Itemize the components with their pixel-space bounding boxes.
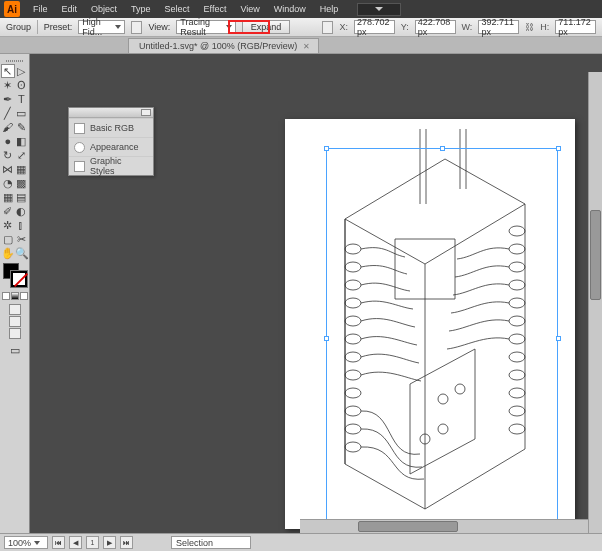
selection-bounding-box[interactable]: [326, 148, 558, 528]
perspective-grid-tool[interactable]: ▩: [15, 176, 29, 190]
menu-bar: Ai File Edit Object Type Select Effect V…: [0, 0, 602, 18]
menu-help[interactable]: Help: [313, 4, 346, 14]
selection-type-label: Group: [6, 22, 31, 32]
slice-tool[interactable]: ✂: [15, 232, 29, 246]
symbol-sprayer-tool[interactable]: ✲: [1, 218, 15, 232]
preset-select[interactable]: High Fid...: [78, 20, 125, 34]
panel-row-label: Basic RGB: [90, 123, 134, 133]
screen-mode-button[interactable]: ▭: [1, 343, 28, 357]
type-tool[interactable]: T: [15, 92, 29, 106]
color-mode-none[interactable]: [20, 292, 28, 300]
selection-handle[interactable]: [440, 146, 445, 151]
tracing-options-icon[interactable]: [131, 21, 142, 34]
draw-inside-icon[interactable]: [9, 328, 21, 339]
lasso-tool[interactable]: ʘ: [15, 78, 29, 92]
x-input[interactable]: 278.702 px: [354, 20, 395, 34]
free-transform-tool[interactable]: ▦: [15, 162, 29, 176]
doc-profile-icon: [74, 123, 85, 134]
menu-window[interactable]: Window: [267, 4, 313, 14]
draw-behind-icon[interactable]: [9, 316, 21, 327]
menu-edit[interactable]: Edit: [55, 4, 85, 14]
menu-object[interactable]: Object: [84, 4, 124, 14]
selection-handle[interactable]: [556, 336, 561, 341]
horizontal-scrollbar[interactable]: [300, 519, 588, 533]
h-label: H:: [540, 22, 549, 32]
w-input[interactable]: 392.711 px: [478, 20, 519, 34]
rotate-tool[interactable]: ↻: [1, 148, 15, 162]
preset-label: Preset:: [44, 22, 73, 32]
control-bar: Group Preset: High Fid... View: Tracing …: [0, 18, 602, 37]
menu-type[interactable]: Type: [124, 4, 158, 14]
menu-select[interactable]: Select: [158, 4, 197, 14]
appearance-icon: [74, 142, 85, 153]
eyedropper-tool[interactable]: ✐: [1, 204, 15, 218]
stroke-swatch[interactable]: [11, 271, 27, 287]
rectangle-tool[interactable]: ▭: [15, 106, 29, 120]
toolbar: ↖▷ ✶ʘ ✒T ╱▭ 🖌✎ ●◧ ↻⤢ ⋈▦ ◔▩ ▦▤ ✐◐ ✲⫿ ▢✂ ✋…: [0, 54, 30, 533]
floating-panel[interactable]: Basic RGB Appearance Graphic Styles: [68, 107, 154, 176]
color-mode-gradient[interactable]: [11, 292, 19, 300]
draw-mode-group: [1, 304, 28, 339]
next-artboard-button[interactable]: ▶: [103, 536, 116, 549]
zoom-select[interactable]: 100%: [4, 536, 48, 549]
selection-tool[interactable]: ↖: [1, 64, 15, 78]
transform-icon[interactable]: [322, 21, 333, 34]
last-artboard-button[interactable]: ⏭: [120, 536, 133, 549]
pencil-tool[interactable]: ✎: [15, 120, 29, 134]
w-label: W:: [462, 22, 473, 32]
menu-view[interactable]: View: [233, 4, 266, 14]
menu-file[interactable]: File: [26, 4, 55, 14]
direct-selection-tool[interactable]: ▷: [15, 64, 29, 78]
prev-artboard-button[interactable]: ◀: [69, 536, 82, 549]
horizontal-scroll-thumb[interactable]: [358, 521, 458, 532]
mesh-tool[interactable]: ▦: [1, 190, 15, 204]
illustrator-logo-icon: Ai: [4, 1, 20, 17]
vertical-scroll-thumb[interactable]: [590, 210, 601, 300]
y-input[interactable]: 422.708 px: [415, 20, 456, 34]
magic-wand-tool[interactable]: ✶: [1, 78, 15, 92]
graph-tool[interactable]: ⫿: [15, 218, 29, 232]
panel-row-document-info[interactable]: Basic RGB: [69, 118, 153, 137]
view-select[interactable]: Tracing Result: [176, 20, 235, 34]
hand-tool[interactable]: ✋: [1, 246, 15, 260]
draw-normal-icon[interactable]: [9, 304, 21, 315]
shape-builder-tool[interactable]: ◔: [1, 176, 15, 190]
panel-row-appearance[interactable]: Appearance: [69, 137, 153, 156]
panel-collapse-icon[interactable]: [141, 109, 151, 116]
selection-handle[interactable]: [324, 146, 329, 151]
panel-row-graphic-styles[interactable]: Graphic Styles: [69, 156, 153, 175]
selection-handle[interactable]: [324, 336, 329, 341]
document-tab[interactable]: Untitled-1.svg* @ 100% (RGB/Preview) ✕: [128, 38, 319, 53]
workspace-switcher[interactable]: [353, 3, 401, 16]
blend-tool[interactable]: ◐: [15, 204, 29, 218]
link-wh-icon[interactable]: ⛓: [525, 20, 534, 34]
line-tool[interactable]: ╱: [1, 106, 15, 120]
artboard-tool[interactable]: ▢: [1, 232, 15, 246]
blob-brush-tool[interactable]: ●: [1, 134, 15, 148]
width-tool[interactable]: ⋈: [1, 162, 15, 176]
vertical-scrollbar[interactable]: [588, 72, 602, 533]
menu-effect[interactable]: Effect: [197, 4, 234, 14]
eraser-tool[interactable]: ◧: [15, 134, 29, 148]
gradient-tool[interactable]: ▤: [15, 190, 29, 204]
first-artboard-button[interactable]: ⏮: [52, 536, 65, 549]
artboard-nav-select[interactable]: 1: [86, 536, 99, 549]
fill-stroke-swatch[interactable]: [3, 263, 27, 287]
x-label: X:: [339, 22, 348, 32]
status-info-select[interactable]: Selection: [171, 536, 251, 549]
h-input[interactable]: 711.172 px: [555, 20, 596, 34]
graphic-styles-icon: [74, 161, 85, 172]
expand-button[interactable]: Expand: [242, 20, 291, 34]
document-tab-title: Untitled-1.svg* @ 100% (RGB/Preview): [139, 41, 297, 51]
color-mode-solid[interactable]: [2, 292, 10, 300]
panel-row-label: Graphic Styles: [90, 156, 148, 176]
close-tab-icon[interactable]: ✕: [303, 42, 310, 51]
pen-tool[interactable]: ✒: [1, 92, 15, 106]
color-mode-row: [1, 292, 28, 300]
panel-header[interactable]: [69, 108, 153, 118]
paintbrush-tool[interactable]: 🖌: [1, 120, 15, 134]
document-tab-row: Untitled-1.svg* @ 100% (RGB/Preview) ✕: [0, 37, 602, 54]
zoom-tool[interactable]: 🔍: [15, 246, 29, 260]
scale-tool[interactable]: ⤢: [15, 148, 29, 162]
selection-handle[interactable]: [556, 146, 561, 151]
